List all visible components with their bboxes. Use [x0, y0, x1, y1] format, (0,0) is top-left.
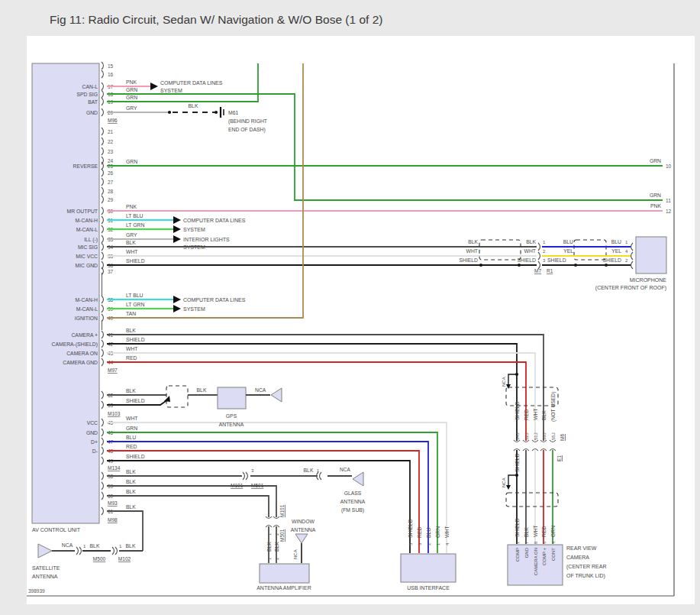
label-rear_camera-camera_pins-3-fn: COMP +: [542, 548, 547, 566]
label-rear_camera-camera_pins-4-wire: GRN: [550, 526, 556, 537]
label-av_unit-pins-11-num: 26: [108, 170, 114, 176]
label-title: Fig 11: Radio Circuit, Sedan W/ Navigati…: [50, 13, 382, 26]
label-av_unit-pins-24-wire: LT GRN: [126, 302, 144, 307]
label-satellite-segments-1-conn: M102: [118, 556, 131, 562]
label-av_unit-name: AV CONTROL UNIT: [32, 527, 81, 532]
label-av_unit-pins-21-wire: SHIELD: [126, 258, 145, 264]
label-rear_camera-upper_wires-4: (NOT USED): [550, 391, 556, 422]
antenna-amplifier-box: [260, 564, 309, 583]
label-system_links-computer_data_lines-1: SYSTEM: [183, 227, 205, 232]
label-glass_antenna-m501: M501: [251, 483, 264, 488]
label-av_unit-pins-29-label: CAMERA GND: [63, 360, 98, 365]
label-av_unit-pins-7-num: 22: [108, 139, 114, 144]
label-av_unit-pins-0-num: 15: [108, 63, 114, 69]
label-av_unit-connectors-3: M134: [108, 465, 121, 471]
label-av_unit-pins-2-wire: PNK: [126, 79, 137, 85]
label-rear_camera-camera_pins-2-fn: CAMERA ON: [534, 548, 538, 575]
label-microphone-left_wires-1: WHT: [466, 248, 478, 254]
label-window_antenna-nca: NCA: [293, 549, 298, 559]
label-microphone-name-0: MICROPHONE: [630, 277, 667, 283]
label-rear_camera-name-3: OF TRUNK LID): [566, 573, 605, 579]
label-av_unit-connectors-0: M96: [108, 118, 118, 123]
label-av_unit-pins-18-label: ILL (-): [84, 237, 98, 243]
label-av_unit-pins-15-wire: PNK: [126, 204, 137, 209]
label-av_unit-pins-4-wire: GRN: [126, 95, 137, 100]
label-av_unit-pins-29-wire: RED: [126, 355, 137, 361]
label-rear_camera-m6_pins-3: 53J: [542, 432, 547, 440]
label-right_edge-rows-1-pin: 11: [666, 198, 671, 203]
wiring-diagram-svg: Fig 11: Radio Circuit, Sedan W/ Navigati…: [0, 0, 700, 615]
junction-dot: [479, 264, 482, 267]
label-diagram_number: 398939: [28, 588, 45, 594]
label-m61_ground-location-1: END OF DASH): [228, 127, 266, 133]
label-av_unit-pins-12-num: 27: [108, 180, 114, 185]
label-amplifier-channels-1-wire: BLK: [274, 542, 279, 552]
label-rear_camera-camera_pins-0-wire: SHIELD: [515, 518, 520, 537]
label-av_unit-pins-1-num: 16: [108, 72, 114, 77]
junction-dot: [168, 111, 171, 114]
label-rear_camera-nca: NCA: [502, 477, 506, 487]
label-system_links-interior_lights-1: SYSTEM: [183, 244, 205, 250]
label-system_links-computer_data_lines-0: COMPUTER DATA LINES: [183, 218, 246, 223]
label-amplifier-channels-0-wire: BLK: [266, 542, 272, 552]
label-av_unit-pins-3-label: SPD SIG: [76, 92, 98, 97]
label-av_unit-pins-33-wire: GRN: [126, 426, 137, 431]
label-rear_camera-upper_wires-2: WHT: [533, 409, 538, 420]
label-usb-pins-2-wire: BLU: [426, 528, 431, 538]
label-microphone-left_wires-2: SHIELD: [517, 257, 536, 263]
label-av_unit-pins-17-wire: LT GRN: [126, 222, 144, 228]
label-gps-wire: BLK: [197, 387, 207, 393]
label-satellite-segments-1-wire: BLK: [126, 543, 136, 549]
label-gps-nca: NCA: [255, 387, 266, 393]
label-amplifier-name: ANTENNA AMPLIFIER: [256, 585, 311, 591]
label-av_unit-connectors-4: M93: [108, 500, 118, 506]
label-rear_camera-name-0: REAR VIEW: [566, 545, 597, 551]
label-rear_camera-m6_pins-2: 51J: [534, 432, 538, 440]
diagram-canvas: [27, 36, 695, 604]
av-control-unit-box: [32, 63, 99, 523]
label-rear_camera-upper_wires-3: BLK: [541, 410, 547, 420]
label-av_unit-pins-27-wire: SHIELD: [126, 337, 145, 342]
label-av_unit-pins-39-wire: BLK: [126, 489, 136, 494]
label-system_links-computer_data_lines-1: SYSTEM: [183, 306, 205, 312]
label-microphone-right_wires-1: YEL: [563, 248, 573, 254]
label-av_unit-pins-17-label: M-CAN-L: [76, 227, 98, 232]
label-av_unit-pins-16-label: M-CAN-H: [76, 218, 98, 223]
label-rear_camera-camera_pins-1-wire: BLK: [524, 527, 529, 537]
label-av_unit-pins-14-num: 29: [108, 197, 114, 202]
label-satellite-name-0: SATELLITE: [32, 565, 60, 571]
label-glass_antenna-nca: NCA: [340, 467, 350, 472]
label-av_unit-pins-38-wire: BLK: [126, 479, 136, 484]
label-m61_ground-location-0: (BEHIND RIGHT: [228, 118, 267, 125]
label-amplifier-m501: M501: [279, 529, 285, 542]
label-av_unit-pins-34-label: D+: [91, 439, 98, 445]
label-av_unit-pins-25-wire: TAN: [126, 311, 136, 316]
label-av_unit-pins-25-label: IGNITION: [75, 316, 98, 321]
label-microphone-left_wires-2: SHIELD: [459, 257, 478, 263]
junction-dot: [518, 264, 521, 267]
label-microphone-left_wires-0: BLK: [526, 239, 536, 244]
label-av_unit-pins-40-wire: BLK: [126, 504, 136, 510]
label-window_antenna-name-0: WINDOW: [292, 519, 315, 524]
label-rear_camera-camera_pins-1-fn: GND: [524, 547, 529, 558]
label-av_unit-pins-26-label: CAMERA +: [71, 332, 98, 338]
label-av_unit-pins-5-wire: GRY: [126, 105, 137, 111]
label-av_unit-pins-19-wire: BLK: [126, 240, 136, 245]
label-av_unit-pins-15-label: MR OUTPUT: [67, 209, 98, 214]
label-av_unit-pins-9-num: 24: [108, 158, 114, 163]
label-amplifier-m101: M101: [279, 504, 285, 517]
label-av_unit-pins-4-label: BAT: [88, 99, 98, 105]
label-m61_ground-name: M61: [228, 110, 238, 115]
label-av_unit-pins-28-label: CAMERA ON: [66, 351, 98, 356]
label-av_unit-pins-26-wire: BLK: [126, 328, 136, 333]
label-microphone-name-1: (CENTER FRONT OF ROOF): [595, 285, 666, 291]
label-av_unit-pins-35-wire: RED: [126, 444, 137, 449]
label-usb-name: USB INTERFACE: [407, 585, 450, 591]
label-av_unit-pins-20-wire: WHT: [126, 249, 137, 254]
label-system_links-computer_data_lines-1: SYSTEM: [160, 88, 182, 93]
label-right_edge-rows-2-pin: 12: [666, 209, 672, 214]
label-rear_camera-m6_pins-4: 55J: [551, 432, 556, 440]
label-microphone-left_wires-1: WHT: [524, 248, 536, 254]
label-av_unit-connectors-5: M98: [108, 517, 118, 523]
label-microphone-right_wires-2: SHIELD: [602, 257, 621, 263]
